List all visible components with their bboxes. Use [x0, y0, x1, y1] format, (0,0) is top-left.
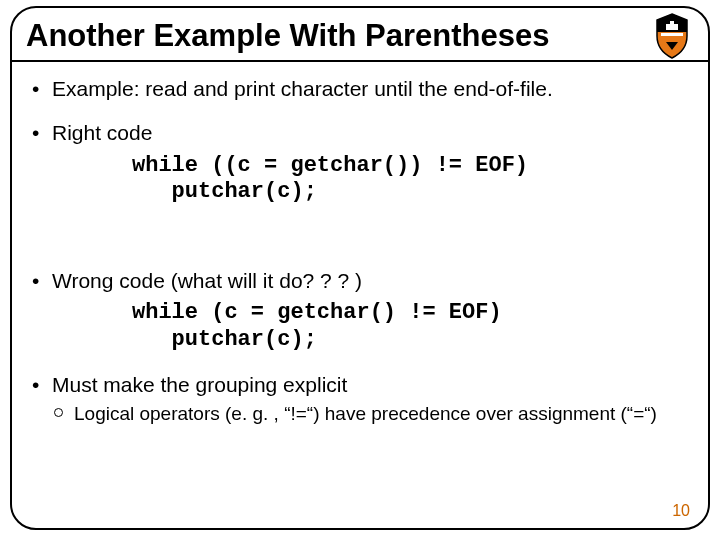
slide-title: Another Example With Parentheses — [26, 18, 688, 54]
slide-frame: Another Example With Parentheses Example… — [10, 6, 710, 530]
bullet-item: Must make the grouping explicit Logical … — [32, 372, 688, 426]
bullet-text: Right code — [52, 121, 152, 144]
bullet-item: Wrong code (what will it do? ? ? ) while… — [32, 268, 688, 354]
slide-body: Example: read and print character until … — [12, 62, 708, 426]
bullet-text: Example: read and print character until … — [52, 77, 553, 100]
svg-rect-0 — [661, 33, 683, 36]
sub-bullet-text: Logical operators (e. g. , “!=“) have pr… — [74, 403, 657, 424]
bullet-text: Must make the grouping explicit — [52, 373, 347, 396]
bullet-item: Example: read and print character until … — [32, 76, 688, 102]
bullet-text: Wrong code (what will it do? ? ? ) — [52, 269, 362, 292]
code-block-right: while ((c = getchar()) != EOF) putchar(c… — [132, 153, 688, 207]
bullet-item: Right code while ((c = getchar()) != EOF… — [32, 120, 688, 250]
slide: Another Example With Parentheses Example… — [0, 0, 720, 540]
sub-bullet-item: Logical operators (e. g. , “!=“) have pr… — [52, 402, 688, 426]
bullet-list: Example: read and print character until … — [32, 76, 688, 426]
code-block-wrong: while (c = getchar() != EOF) putchar(c); — [132, 300, 688, 354]
princeton-shield-icon — [652, 12, 692, 60]
page-number: 10 — [672, 502, 690, 520]
circle-bullet-icon — [54, 408, 63, 417]
sub-bullet-list: Logical operators (e. g. , “!=“) have pr… — [52, 402, 688, 426]
title-bar: Another Example With Parentheses — [12, 8, 708, 62]
